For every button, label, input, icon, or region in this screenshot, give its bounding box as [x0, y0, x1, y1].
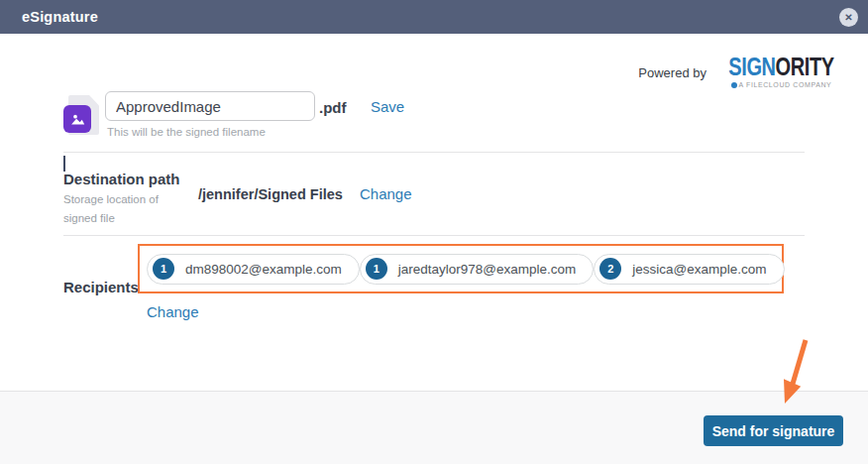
filecloud-tagline: A FILECLOUD COMPANY [731, 81, 832, 88]
recipients-change-link[interactable]: Change [147, 303, 199, 320]
filename-helper-text: This will be the signed filename [107, 126, 266, 138]
destination-path-value: /jennifer/Signed Files [198, 186, 343, 202]
destination-path-sublabel: Storage location of signed file [63, 190, 178, 228]
logo-blue-part: SIGN [728, 53, 775, 80]
close-button[interactable]: ✕ [839, 8, 858, 27]
recipient-email: dm898002@example.com [185, 262, 342, 277]
recipient-email: jessica@example.com [632, 262, 766, 277]
image-badge-icon [63, 105, 91, 133]
close-icon: ✕ [844, 13, 852, 23]
recipient-pill[interactable]: 1 dm898002@example.com [147, 254, 360, 285]
dialog-header: eSignature [0, 0, 868, 34]
esignature-dialog: eSignature ✕ Powered by SIGNORITY A FILE… [0, 0, 868, 464]
image-glyph-icon [69, 111, 86, 128]
powered-by-label: Powered by [638, 65, 706, 80]
file-extension-label: .pdf [319, 99, 347, 116]
filecloud-icon [731, 82, 737, 88]
filename-input[interactable] [105, 91, 315, 121]
recipient-order-badge: 2 [599, 258, 621, 280]
recipient-pill[interactable]: 1 jaredtaylor978@example.com [360, 254, 595, 285]
recipient-order-badge: 1 [366, 258, 387, 280]
section-divider [63, 152, 805, 153]
annotation-arrow-icon [777, 338, 811, 407]
text-caret [63, 156, 65, 172]
recipient-order-badge: 1 [153, 258, 174, 280]
signority-logo: SIGNORITY A FILECLOUD COMPANY [715, 55, 847, 88]
destination-path-label: Destination path [63, 171, 180, 187]
recipient-email: jaredtaylor978@example.com [398, 262, 577, 277]
powered-by-branding: Powered by SIGNORITY A FILECLOUD COMPANY [638, 55, 847, 88]
image-file-icon [63, 95, 99, 135]
destination-change-link[interactable]: Change [360, 185, 412, 202]
logo-dark-part: ORITY [776, 53, 834, 80]
dialog-title: eSignature [22, 9, 98, 25]
send-for-signature-button[interactable]: Send for signature [704, 415, 843, 446]
recipients-highlight-box: 1 dm898002@example.com 1 jaredtaylor978@… [138, 244, 784, 293]
signority-logo-text: SIGNORITY [728, 55, 833, 79]
save-link[interactable]: Save [371, 98, 404, 115]
recipient-pill[interactable]: 2 jessica@example.com [594, 254, 784, 285]
filecloud-tagline-text: A FILECLOUD COMPANY [739, 81, 832, 88]
section-divider [63, 235, 805, 236]
recipients-label: Recipients [63, 279, 139, 295]
